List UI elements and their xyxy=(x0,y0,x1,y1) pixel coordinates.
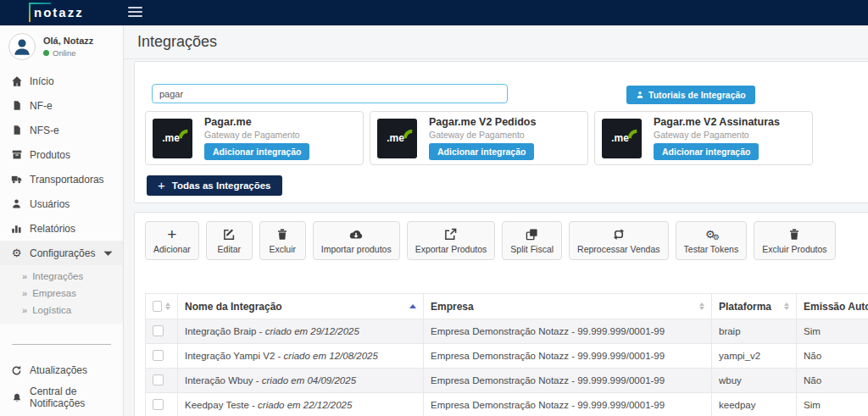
card-subtitle: Gateway de Pagamento xyxy=(654,130,780,140)
pagarme-logo: .me xyxy=(153,119,192,158)
sidebar-item-nfse[interactable]: NFS-e xyxy=(0,118,123,142)
table-row[interactable]: Keedpay Teste - criado em 22/12/2025 Emp… xyxy=(146,393,868,416)
user-status: Online xyxy=(43,48,93,58)
split-fiscal-button[interactable]: Split Fiscal xyxy=(502,221,562,260)
person-icon xyxy=(636,91,644,99)
export-icon xyxy=(444,227,457,241)
user-block[interactable]: Olá, Notazz Online xyxy=(0,25,123,69)
pagarme-swoosh-icon xyxy=(627,129,637,139)
add-integration-button[interactable]: Adicionar integração xyxy=(429,143,534,160)
sidebar-subitem-logistica[interactable]: » Logística xyxy=(0,302,123,319)
sidebar-item-configuracoes[interactable]: ⚙ Configurações xyxy=(0,241,123,265)
column-header-emissao[interactable]: Emissão Automática xyxy=(797,294,868,319)
pagarme-swoosh-icon xyxy=(178,129,188,139)
search-input[interactable] xyxy=(152,84,508,103)
delete-products-button[interactable]: Excluir Produtos xyxy=(754,221,835,260)
reprocess-sales-button[interactable]: Reprocessar Vendas xyxy=(569,221,668,260)
sidebar-divider xyxy=(12,344,111,345)
sidebar-item-usuarios[interactable]: Usuários xyxy=(0,191,123,216)
gear-icon: ⚙ xyxy=(10,247,23,258)
row-checkbox[interactable] xyxy=(153,399,164,410)
table-row[interactable]: Interação Wbuy - criado em 04/09/2025 Em… xyxy=(146,369,868,393)
logo-bracket xyxy=(29,3,31,22)
integrations-table: Nome da Integração Empresa Plataforma Em… xyxy=(145,293,868,416)
sort-icon[interactable] xyxy=(165,302,170,310)
sidebar-subitem-empresas[interactable]: » Empresas xyxy=(0,285,123,302)
row-checkbox[interactable] xyxy=(153,350,164,361)
card-title: Pagar.me V2 Assinaturas xyxy=(654,116,780,128)
column-header-empresa[interactable]: Empresa xyxy=(424,294,712,319)
sidebar-item-meu-financeiro[interactable]: $ Meu Financeiro xyxy=(0,411,123,416)
integrations-table-panel: + Adicionar Editar Excluir Importar prod… xyxy=(134,212,868,416)
sort-icon xyxy=(784,302,789,310)
card-subtitle: Gateway de Pagamento xyxy=(429,130,536,140)
sort-ascending-icon xyxy=(409,304,416,308)
hamburger-menu-icon[interactable] xyxy=(128,7,143,19)
select-all-checkbox[interactable] xyxy=(153,301,162,312)
online-dot-icon xyxy=(43,50,49,56)
all-integrations-button[interactable]: + Todas as Integrações xyxy=(147,175,282,196)
add-button[interactable]: + Adicionar xyxy=(145,221,199,260)
gears-icon: ⚙⚙ xyxy=(705,227,717,241)
test-tokens-button[interactable]: ⚙⚙ Testar Tokens xyxy=(676,221,748,260)
card-title: Pagar.me V2 Pedidos xyxy=(429,116,536,128)
home-icon xyxy=(10,75,23,87)
bell-icon xyxy=(10,392,23,403)
avatar xyxy=(8,33,36,60)
sidebar-item-inicio[interactable]: Início xyxy=(0,69,123,93)
add-integration-button[interactable]: Adicionar integração xyxy=(204,143,309,160)
delete-button[interactable]: Excluir xyxy=(259,221,306,260)
trash-icon xyxy=(276,227,288,241)
column-header-plataforma[interactable]: Plataforma xyxy=(712,294,797,319)
table-row[interactable]: Integração Braip - criado em 29/12/2025 … xyxy=(146,319,868,344)
user-icon xyxy=(10,198,23,209)
page-header: Integrações xyxy=(124,25,868,59)
sidebar-item-relatorios[interactable]: Relatórios xyxy=(0,216,123,241)
card-subtitle: Gateway de Pagamento xyxy=(204,130,309,140)
toolbar: + Adicionar Editar Excluir Importar prod… xyxy=(145,221,836,260)
double-chevron-right-icon: » xyxy=(22,305,27,315)
card-title: Pagar.me xyxy=(204,116,309,128)
integrations-search-panel: Tutoriais de Integração .me Pagar.me Gat… xyxy=(134,61,868,203)
integration-card-pagarme-v2-pedidos: .me Pagar.me V2 Pedidos Gateway de Pagam… xyxy=(370,111,588,165)
user-avatar-icon xyxy=(11,36,33,58)
sidebar-item-produtos[interactable]: Produtos xyxy=(0,142,123,167)
sidebar-item-transportadoras[interactable]: Transportadoras xyxy=(0,167,123,191)
copy-icon xyxy=(526,227,538,241)
sidebar-item-central-notificacoes[interactable]: Central de Notificações xyxy=(0,384,123,411)
double-chevron-right-icon: » xyxy=(22,271,27,281)
plus-icon: + xyxy=(158,181,165,190)
integration-card-pagarme-v2-assinaturas: .me Pagar.me V2 Assinaturas Gateway de P… xyxy=(594,111,813,165)
document-icon xyxy=(10,100,23,111)
integration-card-pagarme: .me Pagar.me Gateway de Pagamento Adicio… xyxy=(145,111,364,165)
notazz-logo: notazz xyxy=(34,4,84,21)
tutorials-button[interactable]: Tutoriais de Integração xyxy=(626,86,755,104)
import-products-button[interactable]: Importar produtos xyxy=(313,221,400,260)
cloud-download-icon xyxy=(348,227,364,241)
select-all-header xyxy=(146,294,178,319)
double-chevron-right-icon: » xyxy=(22,288,27,298)
sidebar: Olá, Notazz Online Início NF-e NFS-e Pro… xyxy=(0,25,124,416)
edit-icon xyxy=(223,227,236,241)
sidebar-subitem-integracoes[interactable]: » Integrações xyxy=(0,268,123,285)
page-title: Integrações xyxy=(137,33,217,51)
edit-button[interactable]: Editar xyxy=(206,221,253,260)
user-greeting: Olá, Notazz xyxy=(43,36,93,46)
document-icon xyxy=(10,125,23,136)
sidebar-item-atualizacoes[interactable]: Atualizações xyxy=(0,357,123,384)
main-content: Integrações Tutoriais de Integração .me … xyxy=(124,25,868,416)
column-header-nome[interactable]: Nome da Integração xyxy=(178,294,424,319)
pagarme-swoosh-icon xyxy=(403,129,413,139)
row-checkbox[interactable] xyxy=(153,325,164,336)
configuracoes-submenu: » Integrações » Empresas » Logística xyxy=(0,265,123,324)
pagarme-logo: .me xyxy=(602,119,642,158)
sort-icon xyxy=(699,302,704,310)
pagarme-logo: .me xyxy=(377,119,417,158)
bar-chart-icon xyxy=(10,223,23,234)
add-integration-button[interactable]: Adicionar integração xyxy=(654,143,759,160)
archive-box-icon xyxy=(10,149,23,160)
sidebar-item-nfe[interactable]: NF-e xyxy=(0,93,123,118)
row-checkbox[interactable] xyxy=(153,374,164,385)
export-products-button[interactable]: Exportar Produtos xyxy=(407,221,496,260)
table-row[interactable]: Integração Yampi V2 - criado em 12/08/20… xyxy=(146,344,868,369)
